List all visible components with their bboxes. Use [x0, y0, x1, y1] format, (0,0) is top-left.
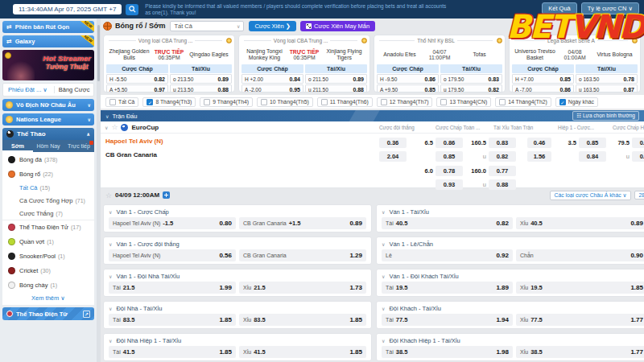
sports-tab-Trực tiếp[interactable]: Trực tiếp	[64, 140, 94, 152]
sidebar-item-Bóng rổ[interactable]: Bóng rổ(22)	[2, 167, 94, 181]
sidebar-item-Quần vợt[interactable]: Quần vợt(1)	[2, 234, 94, 249]
sidebar-quick-link[interactable]: ⇄GalaxyNEW	[2, 35, 94, 47]
odds-cell[interactable]: 0.83	[489, 138, 516, 148]
date-filter-10 Tháng4(Th5)[interactable]: 10 Tháng4(Th5)	[257, 97, 313, 107]
market-odds-cell[interactable]: Tài19.51.89	[382, 282, 513, 294]
odds-cell[interactable]: o 179.500.83	[440, 74, 502, 84]
chevron-down-icon[interactable]: ∨	[105, 125, 108, 130]
chevron-down-icon[interactable]: ∨	[382, 210, 385, 215]
checkbox-icon[interactable]	[261, 99, 267, 105]
odds-cell[interactable]: 1.56	[527, 151, 551, 162]
odds-cell[interactable]: 0.85	[436, 151, 463, 162]
odds-cell[interactable]: u 179.500.82	[440, 84, 502, 93]
scrollbar-thumb[interactable]	[97, 25, 100, 81]
show-more-link[interactable]: Xem thêm ∨	[2, 292, 94, 305]
sports-panel-header[interactable]: Thể Thao ∧	[2, 128, 94, 140]
market-odds-cell[interactable]: Tài40.50.82	[382, 217, 513, 229]
search-button[interactable]	[126, 4, 138, 15]
date-filter-11 Tháng4(Th6)[interactable]: 11 Tháng4(Th6)	[317, 97, 373, 107]
odds-cell[interactable]: H +2.000.84	[242, 74, 303, 84]
odds-cell[interactable]: 0.80	[632, 151, 644, 162]
odds-cell[interactable]: 0.77	[489, 166, 516, 176]
odds-cell[interactable]: 0.46	[527, 138, 551, 148]
checkbox-icon[interactable]	[381, 99, 387, 105]
odds-cell[interactable]: 0.88	[489, 179, 516, 190]
odds-cell[interactable]: 0.81	[632, 138, 644, 148]
statistics-icon[interactable]	[163, 191, 170, 199]
market-odds-cell[interactable]: Xỉu38.51.77	[516, 346, 644, 358]
chevron-down-icon[interactable]: ∨	[109, 306, 112, 311]
market-odds-cell[interactable]: CB Gran Canaria+1.50.89	[239, 217, 366, 229]
odds-cell[interactable]: A +9.500.85	[377, 84, 439, 93]
date-filter-12 Tháng4(Th7)[interactable]: 12 Tháng4(Th7)	[377, 97, 433, 107]
sports-tab-Sớm[interactable]: Sớm	[2, 140, 33, 152]
odds-cell[interactable]: 0.84	[579, 151, 606, 162]
away-team-name[interactable]: CB Gran Canaria	[105, 151, 157, 158]
date-filter-Tất Cả[interactable]: Tất Cả	[105, 97, 138, 107]
market-odds-cell[interactable]: Xỉu77.51.77	[516, 314, 644, 326]
odds-cell[interactable]: u 213.500.88	[170, 84, 232, 93]
home-team-name[interactable]: Hapoel Tel Aviv (N)	[105, 138, 163, 145]
chevron-down-icon[interactable]: ∨	[382, 339, 385, 343]
odds-type-button[interactable]: Tỷ lệ cược CN ∨	[581, 2, 639, 14]
market-odds-cell[interactable]: Tài83.51.85	[109, 314, 236, 326]
tab-bet-board[interactable]: Bảng Cược	[55, 86, 93, 93]
market-odds-cell[interactable]: Tài21.51.99	[109, 282, 236, 294]
sidebar-item-Thể Thao Điện Tử[interactable]: Thể Thao Điện Tử(17)	[2, 220, 94, 234]
odds-cell[interactable]: 0.85	[579, 138, 606, 148]
lucky-parlay-button[interactable]: Cược Xiên May Mắn	[300, 21, 375, 31]
sidebar-subitem-Tất Cả[interactable]: Tất Cả(15)	[2, 181, 94, 194]
odds-cell[interactable]: 0.93	[436, 179, 463, 190]
favorite-star-icon[interactable]: ☆	[105, 191, 112, 200]
checkbox-icon[interactable]	[440, 99, 447, 105]
odds-cell[interactable]: H -9.500.86	[377, 74, 439, 84]
market-odds-cell[interactable]: Xỉu21.51.73	[239, 282, 366, 294]
sidebar-league-link[interactable]: Nations League∨	[2, 113, 94, 125]
odds-cell[interactable]: o 211.500.89	[305, 74, 367, 84]
chevron-down-icon[interactable]: ∨	[109, 210, 112, 215]
sidebar-subitem-Cược Thắng[interactable]: Cược Thắng(7)	[2, 207, 94, 220]
market-odds-cell[interactable]: Tài41.51.85	[109, 346, 236, 358]
sidebar-league-link[interactable]: Vô Địch Nữ Châu Âu∨	[2, 99, 94, 111]
market-odds-cell[interactable]: Xỉu83.51.85	[239, 314, 366, 326]
odds-cell[interactable]: A -7.000.86	[512, 84, 574, 93]
tab-bet-slip[interactable]: Phiếu Đặt ... ∨	[3, 86, 55, 93]
odds-cell[interactable]: 0.86	[436, 138, 463, 148]
date-filter-14 Tháng4(Th2)[interactable]: 14 Tháng4(Th2)	[495, 97, 551, 107]
odds-cell[interactable]: o 213.500.89	[170, 74, 232, 84]
odds-cell[interactable]: 2.04	[379, 151, 407, 162]
sidebar-item-Bóng chày[interactable]: Bóng chày(1)	[2, 278, 94, 292]
odds-cell[interactable]: A -2.000.95	[242, 84, 303, 93]
odds-cell[interactable]: u 211.500.88	[305, 84, 367, 93]
sports-tab-Hôm Nay[interactable]: Hôm Nay	[33, 140, 64, 152]
checkbox-icon[interactable]	[109, 99, 116, 105]
market-odds-cell[interactable]: Lẻ0.92	[382, 249, 513, 261]
market-odds-cell[interactable]: Xỉu41.51.85	[239, 346, 366, 358]
checkbox-icon[interactable]	[499, 99, 506, 105]
odds-cell[interactable]: u 163.500.87	[576, 84, 638, 93]
chevron-down-icon[interactable]: ∨	[382, 242, 385, 247]
chevron-down-icon[interactable]: ∨	[105, 113, 109, 119]
market-odds-cell[interactable]: CB Gran Canaria1.29	[239, 249, 366, 261]
chevron-down-icon[interactable]: ∨	[109, 339, 112, 343]
odds-cell[interactable]: 0.78	[436, 166, 463, 176]
chevron-down-icon[interactable]: ∨	[109, 242, 112, 247]
odds-cell[interactable]: 0.36	[379, 138, 407, 148]
promo-banner[interactable]: Hot Streamer Tường Thuật	[2, 50, 94, 80]
checkbox-icon[interactable]: ✓	[559, 99, 566, 105]
date-filter-13 Tháng4(CN)[interactable]: 13 Tháng4(CN)	[436, 97, 491, 107]
esports-bar-link[interactable]: Thể Thao Điện Tử ↗	[2, 307, 94, 320]
checkbox-icon[interactable]: ✓	[147, 99, 153, 105]
market-odds-cell[interactable]: Tài38.51.98	[382, 346, 513, 358]
market-odds-cell[interactable]: Xỉu19.51.85	[516, 282, 644, 294]
checkbox-icon[interactable]	[321, 99, 328, 105]
chevron-down-icon[interactable]: ∨	[109, 274, 112, 279]
market-odds-cell[interactable]: Hapoel Tel Aviv (N)-1.50.80	[109, 217, 236, 229]
odds-cell[interactable]: 0.82	[489, 151, 516, 162]
chevron-down-icon[interactable]: ∨	[382, 306, 385, 311]
results-button[interactable]: Kết Quả	[542, 2, 577, 14]
market-odds-cell[interactable]: Hapoel Tel Aviv (N)0.56	[109, 249, 236, 261]
sidebar-item-Snooker/Pool[interactable]: Snooker/Pool(1)	[2, 249, 94, 263]
market-odds-cell[interactable]: Tài77.51.94	[382, 314, 513, 326]
date-filter-8 Tháng4(Th3)[interactable]: ✓8 Tháng4(Th3)	[142, 97, 196, 107]
